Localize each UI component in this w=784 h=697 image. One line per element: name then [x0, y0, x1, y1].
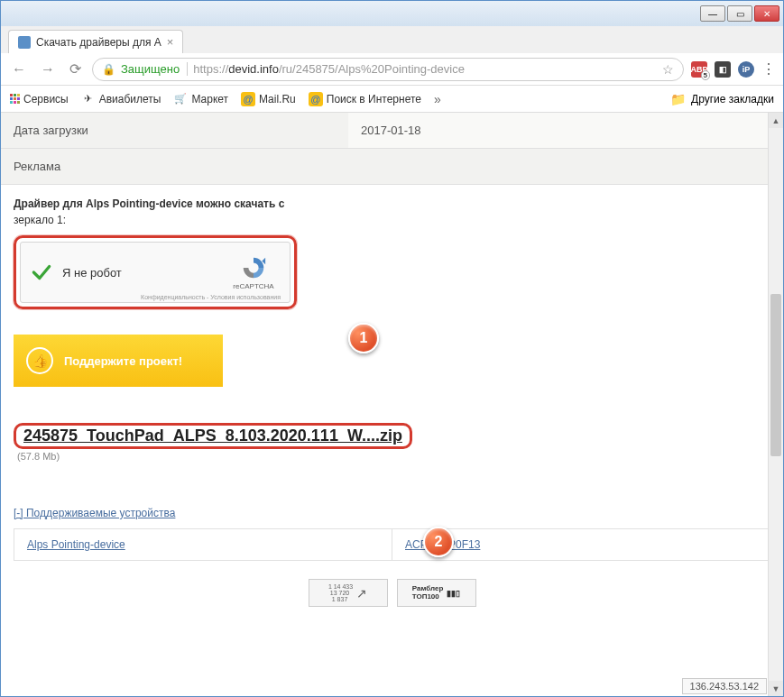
callout-badge-2: 2 [423, 527, 454, 557]
bookmark-label: Поиск в Интернете [327, 93, 421, 105]
scroll-down-button[interactable]: ▼ [769, 681, 783, 696]
supported-table: Alps Pointing-device ACPI\PNP0F13 [14, 528, 770, 561]
info-row-date: Дата загрузки 2017-01-18 [1, 113, 783, 149]
window-titlebar: — ▭ ✕ [1, 1, 783, 26]
scroll-thumb[interactable] [770, 294, 781, 456]
bookmark-avia[interactable]: ✈Авиабилеты [81, 92, 161, 106]
recaptcha-logo: reCAPTCHA [226, 254, 281, 290]
folder-icon: 📁 [670, 92, 686, 106]
scroll-track[interactable] [769, 128, 783, 681]
adblock-extension-icon[interactable]: ABP [691, 61, 707, 78]
recaptcha-checkmark-icon [30, 261, 53, 284]
apps-grid-icon [10, 94, 20, 104]
thumbs-up-icon: 👍 [26, 347, 53, 374]
browser-toolbar: ← → ⟳ 🔒 Защищено https://devid.info/ru/2… [1, 53, 783, 86]
tab-title: Скачать драйверы для A [36, 36, 161, 49]
browser-window: — ▭ ✕ Скачать драйверы для A × ← → ⟳ 🔒 З… [0, 0, 784, 697]
download-file-link[interactable]: 245875_TouchPad_ALPS_8.103.2020.111_W...… [23, 426, 402, 445]
recaptcha-label: Я не робот [62, 266, 226, 280]
upload-date-value: 2017-01-18 [348, 113, 783, 148]
bookmark-star-icon[interactable]: ☆ [662, 62, 674, 77]
recaptcha-logo-icon [240, 254, 267, 281]
rambler-badge[interactable]: Рамблер ТОП100▮▮▯ [397, 579, 476, 607]
download-heading: Драйвер для Alps Pointing-device можно с… [14, 197, 770, 210]
info-row-ad: Реклама [1, 149, 783, 185]
liveinternet-badge[interactable]: 1 14 433 13 720 1 837↗ [309, 579, 388, 607]
scroll-up-button[interactable]: ▲ [769, 113, 783, 128]
bookmark-search[interactable]: @Поиск в Интернете [309, 92, 421, 106]
apps-shortcut[interactable]: Сервисы [10, 93, 69, 105]
close-window-button[interactable]: ✕ [754, 5, 779, 22]
file-size-label: (57.8 Mb) [17, 451, 770, 462]
recaptcha-brand-text: reCAPTCHA [226, 282, 281, 290]
other-bookmarks[interactable]: 📁 Другие закладки [670, 92, 774, 106]
ip-address-label: 136.243.53.142 [682, 678, 767, 694]
bookmarks-overflow[interactable]: » [434, 92, 441, 106]
bookmark-label: Маркет [191, 93, 228, 105]
bookmark-label: Другие закладки [691, 93, 774, 105]
supported-toggle[interactable]: [-] Поддерживаемые устройства [14, 507, 770, 519]
download-link-wrap: 245875_TouchPad_ALPS_8.103.2020.111_W...… [14, 423, 412, 449]
recaptcha-footer-links[interactable]: Конфиденциальность - Условия использован… [141, 294, 281, 300]
tab-favicon [18, 36, 31, 49]
minimize-button[interactable]: — [700, 5, 725, 22]
bookmark-mailru[interactable]: @Mail.Ru [241, 92, 296, 106]
at-icon: @ [241, 92, 255, 106]
lock-icon: 🔒 [102, 63, 115, 76]
close-tab-icon[interactable]: × [167, 35, 174, 49]
ip-extension-icon[interactable]: iP [738, 61, 754, 78]
page-content: Дата загрузки 2017-01-18 Реклама Драйвер… [1, 113, 783, 696]
support-project-button[interactable]: 👍 Поддержите проект! [14, 335, 223, 387]
upload-date-label: Дата загрузки [1, 113, 348, 148]
mirror-label: зеркало 1: [14, 214, 770, 226]
bookmarks-bar: Сервисы ✈Авиабилеты 🛒Маркет @Mail.Ru @По… [1, 86, 783, 113]
ad-label: Реклама [1, 149, 783, 184]
secure-label: Защищено [121, 62, 188, 76]
cart-icon: 🛒 [173, 92, 188, 106]
supported-devices-section: [-] Поддерживаемые устройства Alps Point… [1, 507, 783, 561]
at-icon: @ [309, 92, 323, 106]
vertical-scrollbar[interactable]: ▲ ▼ [768, 113, 783, 696]
bookmark-label: Сервисы [23, 93, 69, 105]
bookmark-label: Mail.Ru [259, 93, 296, 105]
reload-button[interactable]: ⟳ [66, 59, 85, 79]
browser-tab[interactable]: Скачать драйверы для A × [8, 30, 183, 53]
bookmark-label: Авиабилеты [99, 93, 161, 105]
support-label: Поддержите проект! [64, 354, 182, 368]
device-link[interactable]: Alps Pointing-device [14, 529, 392, 560]
bookmark-market[interactable]: 🛒Маркет [173, 92, 228, 106]
footer-badges: 1 14 433 13 720 1 837↗ Рамблер ТОП100▮▮▯ [1, 579, 783, 607]
browser-menu-button[interactable]: ⋮ [761, 60, 776, 78]
plane-icon: ✈ [81, 92, 96, 106]
download-section: Драйвер для Alps Pointing-device можно с… [1, 185, 783, 471]
back-button[interactable]: ← [8, 60, 30, 79]
recaptcha-widget[interactable]: Я не робот reCAPTCHA Конфиденциальность … [20, 242, 291, 303]
forward-button[interactable]: → [37, 60, 59, 79]
maximize-button[interactable]: ▭ [727, 5, 752, 22]
extension-icon[interactable]: ◧ [715, 61, 731, 78]
download-link-highlight: 245875_TouchPad_ALPS_8.103.2020.111_W...… [14, 423, 412, 449]
tab-strip: Скачать драйверы для A × [1, 26, 783, 53]
address-bar[interactable]: 🔒 Защищено https://devid.info/ru/245875/… [92, 58, 684, 81]
url-text: https://devid.info/ru/245875/Alps%20Poin… [193, 62, 657, 76]
recaptcha-highlight: Я не робот reCAPTCHA Конфиденциальность … [14, 235, 297, 309]
callout-badge-1: 1 [348, 323, 379, 353]
